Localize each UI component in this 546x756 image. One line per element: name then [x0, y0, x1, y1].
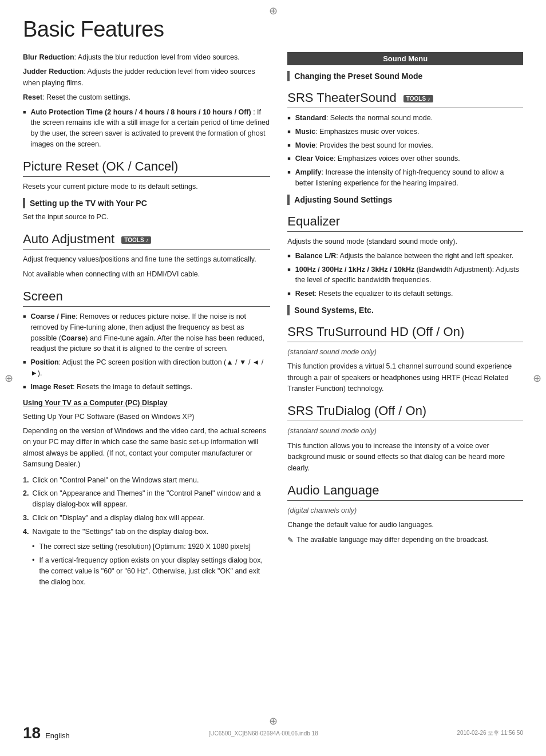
screen-title: Screen [23, 289, 270, 307]
step-2: 2. Click on "Appearance and Themes" in t… [23, 488, 270, 510]
sound-menu-header: Sound Menu [287, 52, 523, 65]
auto-adjustment-tools-badge: TOOLS ♪ [121, 236, 151, 244]
bar-accent-2 [287, 71, 290, 81]
auto-adjustment-title: Auto Adjustment [23, 232, 114, 246]
bar-accent-3 [287, 195, 290, 205]
changing-preset-section: Changing the Preset Sound Mode [287, 71, 523, 81]
srs-theater-section: SRS TheaterSound TOOLS ♪ [287, 90, 523, 108]
auto-adjustment-section: Auto Adjustment TOOLS ♪ [23, 232, 270, 250]
crosshair-bottom: ⊕ [269, 715, 278, 727]
changing-preset-title: Changing the Preset Sound Mode [294, 72, 422, 81]
audio-language-desc: Change the default value for audio langu… [287, 520, 523, 531]
step-4: 4. Navigate to the "Settings" tab on the… [23, 527, 270, 537]
reset-label: Reset [23, 93, 42, 101]
page-title: Basic Features [23, 17, 523, 42]
srs-trudialog-note: (standard sound mode only) [287, 426, 523, 437]
bullet-resolution: The correct size setting (resolution) [O… [32, 541, 270, 552]
blur-reduction-text: Blur Reduction: Adjusts the blur reducti… [23, 52, 270, 63]
two-col-layout: Blur Reduction: Adjusts the blur reducti… [23, 52, 523, 592]
step-3: 3. Click on "Display" and a display dial… [23, 513, 270, 524]
balance-lr-item: Balance L/R: Adjusts the balance between… [287, 251, 523, 262]
srs-trusurround-note: (standard sound mode only) [287, 347, 523, 358]
adjusting-sound-section: Adjusting Sound Settings [287, 195, 523, 205]
judder-reduction-text: Judder Reduction: Adjusts the judder red… [23, 66, 270, 89]
srs-theater-items: Standard: Selects the normal sound mode.… [287, 113, 523, 189]
page-container: ⊕ ⊕ ⊕ Basic Features Blur Reduction: Adj… [0, 0, 546, 756]
srs-theater-title: SRS TheaterSound [287, 90, 396, 105]
standard-item: Standard: Selects the normal sound mode. [287, 113, 523, 124]
sound-systems-section: Sound Systems, Etc. [287, 305, 523, 315]
crosshair-top: ⊕ [269, 5, 278, 17]
bar-accent [23, 198, 25, 208]
music-item: Music: Emphasizes music over voices. [287, 126, 523, 137]
judder-reduction-label: Judder Reduction [23, 68, 84, 76]
page-number: 18 [23, 724, 41, 742]
footer-meta-left: [UC6500_XC]BN68-02694A-00L06.indb 18 [208, 730, 318, 737]
page-number-block: 18 English [23, 724, 70, 742]
step-1: 1. Click on "Control Panel" on the Windo… [23, 475, 270, 486]
crosshair-left: ⊕ [5, 372, 13, 385]
sound-systems-title: Sound Systems, Etc. [294, 306, 373, 315]
page-language: English [45, 731, 70, 740]
audio-language-note-line: ✎ The available language may differ depe… [287, 535, 523, 546]
using-tv-steps: 1. Click on "Control Panel" on the Windo… [23, 475, 270, 537]
movie-item: Movie: Provides the best sound for movie… [287, 140, 523, 151]
blur-reduction-label: Blur Reduction [23, 53, 74, 61]
clear-voice-item: Clear Voice: Emphasizes voices over othe… [287, 153, 523, 164]
right-column: Sound Menu Changing the Preset Sound Mod… [287, 52, 523, 592]
auto-protection-list: Auto Protection Time (2 hours / 4 hours … [23, 107, 270, 150]
eq-reset-item: Reset: Resets the equalizer to its defau… [287, 288, 523, 299]
reset-text: Reset: Reset the custom settings. [23, 92, 270, 103]
screen-items-list: Coarse / Fine: Removes or reduces pictur… [23, 311, 270, 392]
auto-protection-label: Auto Protection Time (2 hours / 4 hours … [30, 108, 251, 116]
srs-trusurround-desc: This function provides a virtual 5.1 cha… [287, 361, 523, 394]
setting-up-tv-desc: Set the input source to PC. [23, 212, 270, 223]
using-tv-desc: Depending on the version of Windows and … [23, 426, 270, 470]
srs-trusurround-title: SRS TruSurround HD (Off / On) [287, 324, 523, 342]
equalizer-desc: Adjusts the sound mode (standard sound m… [287, 236, 523, 247]
srs-trudialog-title: SRS TruDialog (Off / On) [287, 403, 523, 421]
equalizer-title: Equalizer [287, 214, 523, 232]
auto-protection-item: Auto Protection Time (2 hours / 4 hours … [23, 107, 270, 150]
setting-up-tv-section: Setting up the TV with Your PC [23, 198, 270, 208]
footer-meta-right: 2010-02-26 오후 11:56 50 [457, 729, 523, 737]
bullet-frequency: If a vertical-frequency option exists on… [32, 555, 270, 587]
equalizer-items: Balance L/R: Adjusts the balance between… [287, 251, 523, 299]
position-item: Position: Adjust the PC screen position … [23, 357, 270, 379]
audio-language-title: Audio Language [287, 483, 523, 501]
left-column: Blur Reduction: Adjusts the blur reducti… [23, 52, 270, 592]
amplify-item: Amplify: Increase the intensity of high-… [287, 167, 523, 189]
bar-accent-4 [287, 305, 290, 315]
note-pencil-icon: ✎ [287, 535, 294, 546]
image-reset-item: Image Reset: Resets the image to default… [23, 382, 270, 393]
adjusting-sound-title: Adjusting Sound Settings [294, 195, 392, 204]
srs-theater-tools-badge: TOOLS ♪ [403, 95, 433, 102]
crosshair-right: ⊕ [533, 372, 541, 385]
srs-trudialog-desc: This function allows you to increase the… [287, 441, 523, 474]
using-tv-bullets: The correct size setting (resolution) [O… [32, 541, 270, 587]
picture-reset-desc: Resets your current picture mode to its … [23, 181, 270, 192]
audio-language-note: (digital channels only) [287, 505, 523, 516]
setting-up-tv-title: Setting up the TV with Your PC [30, 199, 147, 208]
using-tv-underline-title: Using Your TV as a Computer (PC) Display [23, 398, 270, 409]
using-tv-intro: Setting Up Your PC Software (Based on Wi… [23, 411, 270, 422]
audio-language-note-text: The available language may differ depend… [296, 535, 488, 545]
auto-adjustment-desc2: Not available when connecting with an HD… [23, 269, 270, 280]
picture-reset-title: Picture Reset (OK / Cancel) [23, 159, 270, 177]
coarse-fine-item: Coarse / Fine: Removes or reduces pictur… [23, 311, 270, 354]
hz-item: 100Hz / 300Hz / 1kHz / 3kHz / 10kHz (Ban… [287, 264, 523, 286]
auto-adjustment-desc1: Adjust frequency values/positions and fi… [23, 254, 270, 265]
